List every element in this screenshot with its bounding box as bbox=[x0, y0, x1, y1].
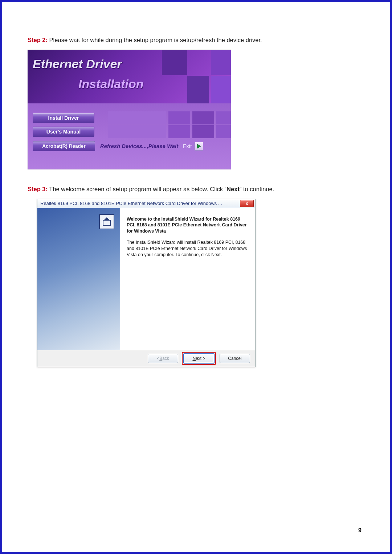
dialog-body: Welcome to the InstallShield Wizard for … bbox=[37, 208, 255, 350]
header-tile bbox=[211, 76, 231, 103]
step3-label: Step 3: bbox=[28, 186, 48, 192]
users-manual-button[interactable]: User's Manual bbox=[33, 127, 94, 137]
back-prefix: < bbox=[157, 356, 159, 361]
next-button-highlight: Next > bbox=[182, 352, 216, 365]
step3-text-a: The welcome screen of setup program will… bbox=[49, 186, 226, 192]
dialog-description: The InstallShield Wizard will install Re… bbox=[127, 239, 249, 258]
header-tile bbox=[187, 76, 209, 103]
dialog-sidebar bbox=[37, 208, 120, 350]
banner-row: Install Driver bbox=[28, 111, 231, 124]
acrobat-reader-button[interactable]: Acrobat(R) Reader bbox=[33, 141, 95, 151]
next-suffix: ext > bbox=[196, 356, 205, 361]
step3-line: Step 3: The welcome screen of setup prog… bbox=[28, 185, 364, 194]
banner-title-line2: Installation bbox=[78, 77, 143, 91]
installshield-dialog: Realtek 8169 PCI, 8168 and 8101E PCIe Et… bbox=[37, 199, 256, 367]
banner-header: Ethernet Driver Installation bbox=[28, 50, 231, 103]
banner-row: User's Manual bbox=[28, 125, 231, 138]
header-tile bbox=[211, 50, 231, 75]
dialog-main: Welcome to the InstallShield Wizard for … bbox=[120, 208, 255, 350]
back-suffix: ack bbox=[162, 356, 169, 361]
play-icon bbox=[197, 144, 201, 149]
next-button[interactable]: Next > bbox=[183, 353, 215, 364]
header-tile bbox=[162, 50, 187, 75]
install-driver-button[interactable]: Install Driver bbox=[33, 113, 94, 123]
exit-button[interactable] bbox=[195, 142, 203, 151]
banner-body: Install Driver User's Manual Acrobat(R) … bbox=[28, 103, 231, 169]
next-underline: N bbox=[192, 356, 196, 361]
installshield-logo bbox=[99, 214, 114, 229]
step2-label: Step 2: bbox=[28, 37, 48, 43]
box-arrow-icon bbox=[102, 217, 111, 226]
back-button[interactable]: < Back bbox=[148, 354, 178, 363]
refresh-status-text: Refresh Devices...,Please Wait bbox=[100, 143, 178, 149]
dialog-titlebar[interactable]: Realtek 8169 PCI, 8168 and 8101E PCIe Et… bbox=[37, 199, 255, 208]
close-button[interactable]: x bbox=[240, 200, 254, 207]
dialog-title-text: Realtek 8169 PCI, 8168 and 8101E PCIe Et… bbox=[40, 201, 240, 206]
step3-text-next: Next bbox=[226, 186, 240, 192]
close-icon: x bbox=[246, 201, 248, 206]
status-area: Refresh Devices...,Please Wait Exit bbox=[100, 140, 203, 153]
banner-title-line1: Ethernet Driver bbox=[33, 57, 122, 71]
step2-line: Step 2: Please wait for while during the… bbox=[28, 36, 364, 45]
step3-text-b: ” to continue. bbox=[240, 186, 274, 192]
svg-marker-0 bbox=[197, 144, 201, 148]
page-number: 9 bbox=[358, 527, 362, 534]
ethernet-driver-banner: Ethernet Driver Installation Install Dri… bbox=[28, 50, 231, 169]
cancel-button[interactable]: Cancel bbox=[220, 354, 250, 363]
step2-text: Please wait for while during the setup p… bbox=[49, 37, 262, 43]
exit-label: Exit bbox=[183, 143, 192, 149]
svg-rect-1 bbox=[103, 220, 110, 225]
back-underline: B bbox=[159, 356, 162, 361]
dialog-heading: Welcome to the InstallShield Wizard for … bbox=[127, 216, 249, 235]
dialog-footer: < Back Next > Cancel bbox=[37, 350, 255, 367]
svg-marker-2 bbox=[104, 217, 110, 220]
